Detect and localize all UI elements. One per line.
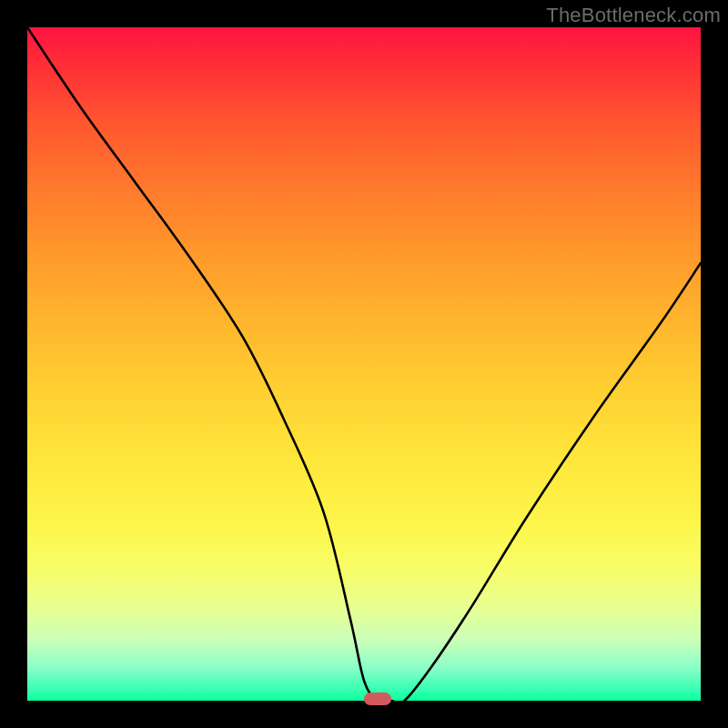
plot-area	[27, 27, 701, 701]
curve-svg	[27, 27, 701, 701]
optimum-marker	[364, 693, 391, 705]
watermark-text: TheBottleneck.com	[546, 4, 721, 27]
bottleneck-curve	[27, 27, 701, 701]
chart-frame: TheBottleneck.com	[0, 0, 728, 728]
